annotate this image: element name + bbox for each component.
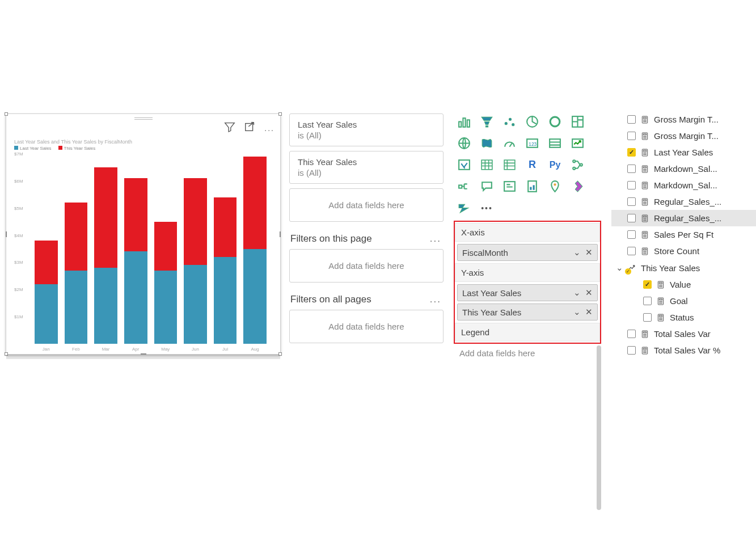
resize-handle[interactable] bbox=[6, 231, 7, 237]
more-options-icon[interactable]: ... bbox=[264, 124, 274, 133]
checkbox[interactable] bbox=[627, 247, 636, 255]
checkbox[interactable] bbox=[643, 313, 652, 322]
bar[interactable] bbox=[243, 157, 267, 344]
table-icon[interactable] bbox=[480, 158, 494, 172]
field-row[interactable]: Total Sales Var % bbox=[611, 342, 756, 359]
filled-map-icon[interactable] bbox=[480, 136, 494, 150]
remove-icon[interactable]: ✕ bbox=[585, 288, 593, 298]
field-row[interactable]: Sales Per Sq Ft bbox=[611, 226, 756, 243]
field-row[interactable]: Status bbox=[611, 309, 756, 326]
resize-handle[interactable] bbox=[280, 231, 281, 237]
more-options-icon[interactable]: ... bbox=[430, 294, 441, 305]
checkbox[interactable] bbox=[627, 330, 636, 338]
slicer-icon[interactable] bbox=[457, 158, 471, 172]
bar[interactable] bbox=[35, 241, 58, 344]
decomposition-icon[interactable] bbox=[457, 179, 471, 193]
filter-card[interactable]: Last Year Sales is (All) bbox=[289, 113, 444, 146]
field-row[interactable]: Last Year Sales bbox=[611, 144, 756, 161]
field-row[interactable]: Gross Margin T... bbox=[611, 128, 756, 144]
remove-icon[interactable]: ✕ bbox=[585, 307, 593, 317]
chevron-down-icon[interactable]: ⌄ bbox=[573, 307, 581, 317]
checkbox[interactable] bbox=[627, 148, 636, 157]
more-options-icon[interactable]: ... bbox=[430, 233, 441, 245]
paginated-icon[interactable] bbox=[525, 179, 539, 193]
bar[interactable] bbox=[214, 197, 237, 344]
narrative-icon[interactable] bbox=[502, 179, 517, 193]
gauge-icon[interactable] bbox=[502, 136, 517, 150]
kpi-icon[interactable] bbox=[571, 136, 585, 150]
bar[interactable] bbox=[184, 178, 207, 344]
chevron-down-icon[interactable]: ⌄ bbox=[573, 247, 581, 258]
checkbox[interactable] bbox=[627, 115, 636, 124]
yaxis-field-pill[interactable]: Last Year Sales ⌄✕ bbox=[457, 284, 598, 301]
scatter-chart-icon[interactable] bbox=[502, 115, 517, 129]
chevron-down-icon[interactable]: ⌄ bbox=[573, 288, 581, 298]
scrollbar[interactable] bbox=[597, 345, 601, 510]
checkbox[interactable] bbox=[643, 297, 652, 305]
bar[interactable] bbox=[124, 178, 147, 344]
field-row[interactable]: Goal bbox=[611, 293, 756, 309]
y-tick: $2M bbox=[14, 287, 23, 292]
resize-handle[interactable] bbox=[5, 112, 8, 116]
checkbox[interactable] bbox=[627, 165, 636, 173]
arcgis-icon[interactable] bbox=[548, 179, 562, 193]
field-row[interactable]: Value bbox=[611, 276, 756, 293]
legend-dropzone[interactable]: Add data fields here bbox=[454, 344, 601, 362]
powerapps-icon[interactable] bbox=[571, 179, 585, 193]
r-visual-icon[interactable]: R bbox=[525, 158, 539, 172]
checkbox[interactable] bbox=[627, 181, 636, 189]
svg-point-49 bbox=[644, 154, 645, 154]
filter-dropzone[interactable]: Add data fields here bbox=[289, 188, 444, 222]
yaxis-field-pill[interactable]: This Year Sales ⌄✕ bbox=[457, 303, 598, 321]
donut-chart-icon[interactable] bbox=[548, 115, 562, 129]
checkbox[interactable] bbox=[627, 230, 636, 239]
funnel-chart-icon[interactable] bbox=[480, 115, 494, 129]
chevron-down-icon[interactable]: ⌄ bbox=[616, 263, 623, 273]
fields-pane: Gross Margin T...Gross Margin T...Last Y… bbox=[611, 111, 756, 418]
column-chart-icon[interactable] bbox=[457, 115, 471, 129]
resize-handle[interactable] bbox=[278, 112, 282, 116]
drag-grip-icon[interactable] bbox=[134, 117, 153, 120]
xaxis-field-pill[interactable]: FiscalMonth ⌄✕ bbox=[457, 244, 598, 261]
python-visual-icon[interactable]: Py bbox=[548, 158, 562, 172]
field-row[interactable]: Markdown_Sal... bbox=[611, 161, 756, 177]
field-row[interactable]: Markdown_Sal... bbox=[611, 177, 756, 193]
resize-handle[interactable] bbox=[278, 352, 282, 356]
field-row[interactable]: Total Sales Var bbox=[611, 326, 756, 342]
svg-point-38 bbox=[644, 136, 645, 137]
resize-handle[interactable] bbox=[5, 352, 8, 356]
focus-icon[interactable] bbox=[244, 121, 256, 135]
card-icon[interactable]: 123 bbox=[525, 136, 539, 150]
svg-point-106 bbox=[661, 286, 662, 286]
field-row[interactable]: Regular_Sales_... bbox=[611, 210, 756, 226]
filter-dropzone[interactable]: Add data fields here bbox=[289, 249, 444, 283]
field-row[interactable]: Store Count bbox=[611, 243, 756, 259]
qa-icon[interactable] bbox=[480, 179, 494, 193]
checkbox[interactable] bbox=[627, 214, 636, 222]
automate-icon[interactable] bbox=[457, 201, 471, 215]
pie-chart-icon[interactable] bbox=[525, 115, 539, 129]
filter-icon[interactable] bbox=[223, 121, 236, 135]
field-row[interactable]: Regular_Sales_... bbox=[611, 193, 756, 210]
bar[interactable] bbox=[65, 203, 88, 344]
map-icon[interactable] bbox=[457, 136, 471, 150]
more-visuals-icon[interactable]: ••• bbox=[480, 201, 494, 215]
field-group[interactable]: ⌄✓This Year Sales bbox=[611, 259, 756, 276]
checkbox[interactable] bbox=[627, 346, 636, 355]
checkbox[interactable] bbox=[643, 280, 652, 289]
bar[interactable] bbox=[154, 222, 178, 344]
field-row[interactable]: Gross Margin T... bbox=[611, 111, 756, 128]
key-influencers-icon[interactable] bbox=[571, 158, 585, 172]
y-tick: $5M bbox=[14, 205, 23, 210]
bar[interactable] bbox=[94, 167, 117, 344]
filter-card[interactable]: This Year Sales is (All) bbox=[289, 151, 444, 184]
checkbox[interactable] bbox=[627, 132, 636, 140]
multi-card-icon[interactable] bbox=[548, 136, 562, 150]
remove-icon[interactable]: ✕ bbox=[585, 247, 593, 258]
filter-dropzone[interactable]: Add data fields here bbox=[289, 310, 444, 343]
checkbox[interactable] bbox=[627, 197, 636, 206]
matrix-icon[interactable] bbox=[502, 158, 517, 172]
treemap-icon[interactable] bbox=[571, 115, 585, 129]
chart-visual-container[interactable]: ... Last Year Sales and This Year Sales … bbox=[6, 113, 281, 355]
resize-handle[interactable] bbox=[141, 353, 146, 355]
